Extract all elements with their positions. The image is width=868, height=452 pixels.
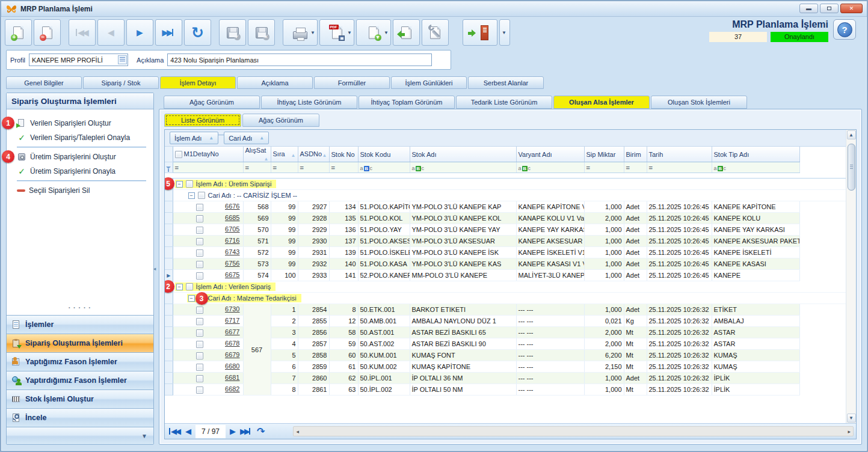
tab-siparis-stok[interactable]: Sipariş / Stok bbox=[83, 76, 159, 89]
profil-lookup-icon[interactable] bbox=[118, 55, 127, 64]
row-checkbox[interactable] bbox=[196, 227, 203, 234]
pager-refresh-button[interactable]: ↷ bbox=[257, 426, 265, 437]
row-checkbox[interactable] bbox=[196, 238, 203, 245]
m1detayno-link[interactable]: 6730 bbox=[225, 305, 239, 313]
group-row-1[interactable]: 5−İşlem Adı : Üretim Siparişi bbox=[165, 179, 846, 190]
pdf-export-button[interactable]: PDF ▼ bbox=[319, 19, 354, 46]
filter-cell-asdno[interactable]: = bbox=[298, 162, 329, 173]
column-header-sira[interactable]: Sıra▲ bbox=[271, 147, 298, 162]
filter-cell-varyant[interactable]: aBc bbox=[516, 162, 584, 173]
filter-cell-stokno[interactable]: = bbox=[329, 162, 358, 173]
action-secili-siparisleri-sil[interactable]: Seçili Siparişleri Sil bbox=[7, 183, 153, 198]
tab-islem-gunlukleri[interactable]: İşlem Günlükleri bbox=[391, 76, 467, 89]
table-row[interactable]: 670557099292913651.POLO.YAYYM-POLO 3'LÜ … bbox=[165, 224, 846, 236]
row-checkbox[interactable] bbox=[196, 215, 203, 222]
previous-record-button[interactable]: ◀ bbox=[97, 19, 125, 46]
filter-cell-stokadi[interactable]: aBc bbox=[410, 162, 516, 173]
tab-formuller[interactable]: Formüller bbox=[314, 76, 390, 89]
filter-cell-tarih[interactable]: = bbox=[647, 162, 712, 173]
column-header-stoktip[interactable]: Stok Tip Adı bbox=[712, 147, 799, 162]
m1detayno-link[interactable]: 6679 bbox=[225, 351, 239, 358]
help-button[interactable]: ? bbox=[833, 19, 856, 40]
scroll-down-icon[interactable]: ▼ bbox=[847, 414, 856, 423]
exit-button[interactable] bbox=[463, 19, 497, 46]
tab-olusan-stok-islemleri[interactable]: Oluşan Stok İşlemleri bbox=[651, 96, 747, 109]
groupby-chip-islem-adi[interactable]: İşlem Adı ▲ bbox=[170, 132, 218, 144]
filter-cell-sipmiktar[interactable]: = bbox=[584, 162, 624, 173]
tab-tedarik-liste-gorunum[interactable]: Tedarik Liste Görünüm bbox=[456, 96, 552, 109]
column-header-alissat[interactable]: AlışSat▲ bbox=[243, 147, 271, 162]
save-button[interactable]: ✓ bbox=[219, 19, 246, 46]
print-dropdown-arrow-icon[interactable]: ▼ bbox=[310, 30, 315, 35]
pager-first-button[interactable]: ◀◀ bbox=[168, 427, 181, 436]
row-checkbox[interactable] bbox=[196, 307, 203, 314]
filter-cell-sira[interactable]: = bbox=[271, 162, 298, 173]
scrollbar-thumb[interactable] bbox=[848, 144, 855, 191]
m1detayno-link[interactable]: 6676 bbox=[225, 203, 239, 210]
column-header-stokadi[interactable]: Stok Adı bbox=[410, 147, 516, 162]
m1detayno-link[interactable]: 6743 bbox=[225, 248, 239, 255]
tab-serbest-alanlar[interactable]: Serbest Alanlar bbox=[468, 76, 544, 89]
m1detayno-link[interactable]: 6677 bbox=[225, 328, 239, 335]
group-row-2[interactable]: 2−İşlem Adı : Verilen Sipariş bbox=[165, 281, 846, 293]
m1detayno-link[interactable]: 6682 bbox=[225, 385, 239, 392]
action-verilen-siparis-talepleri-onayla[interactable]: ✓ Verilen Sipariş/Talepleri Onayla bbox=[7, 130, 153, 145]
m1detayno-link[interactable]: 6680 bbox=[225, 362, 239, 370]
tab-agac-gorunum-sub[interactable]: Ağaç Görünüm bbox=[242, 114, 319, 127]
row-checkbox[interactable] bbox=[196, 341, 203, 348]
column-header-stokno[interactable]: Stok No bbox=[329, 147, 358, 162]
filter-cell-m1detayno[interactable]: = bbox=[173, 162, 243, 173]
tab-ihtiyac-liste-gorunum[interactable]: İhtiyaç Liste Görünüm bbox=[261, 96, 357, 109]
exit-dropdown-button[interactable]: ▼ bbox=[499, 19, 510, 46]
filter-cell-stokkodu[interactable]: aBc bbox=[358, 162, 410, 173]
filter-cell-alissat[interactable]: = bbox=[243, 162, 271, 173]
table-row[interactable]: 671657199293013751.POLO.AKSESUAYM-POLO 3… bbox=[165, 236, 846, 247]
groupby-chip-cari-adi[interactable]: Cari Adı ▲ bbox=[224, 132, 269, 144]
pager-next-button[interactable]: ▶ bbox=[230, 427, 236, 436]
tab-aciklama[interactable]: Açıklama bbox=[237, 76, 313, 89]
subgroup-row[interactable]: −Cari Adı : Malzeme Tedarikçisi3 bbox=[165, 293, 846, 304]
collapse-icon[interactable]: − bbox=[176, 284, 183, 290]
select-all-checkbox[interactable] bbox=[175, 151, 182, 158]
m1detayno-link[interactable]: 6717 bbox=[225, 317, 239, 324]
tab-ihtiyac-toplam-gorunum[interactable]: İhtiyaç Toplam Görünüm bbox=[359, 96, 455, 109]
group-checkbox[interactable] bbox=[186, 283, 193, 290]
group-checkbox[interactable] bbox=[198, 192, 205, 199]
filter-cell-birim[interactable]: = bbox=[624, 162, 647, 173]
tab-liste-gorunum[interactable]: Liste Görünüm bbox=[164, 114, 241, 127]
delete-record-button[interactable]: − bbox=[34, 19, 61, 46]
row-checkbox[interactable] bbox=[196, 249, 203, 257]
collapse-icon[interactable]: − bbox=[188, 295, 195, 302]
import-button[interactable] bbox=[393, 19, 420, 46]
column-header-m1detayno[interactable]: M1DetayNo bbox=[173, 147, 243, 162]
nav-islemler[interactable]: İşlemler bbox=[7, 315, 153, 334]
column-header-birim[interactable]: Birim bbox=[624, 147, 647, 162]
subgroup-row[interactable]: −Cari Adı : -- CARİSİZ İŞLEM -- bbox=[165, 190, 846, 201]
table-row[interactable]: 668556999292813551.POLO.KOLYM-POLO 3'LÜ … bbox=[165, 213, 846, 224]
nav-yaptirdigimiz-fason-islemler[interactable]: Yaptırdığımız Fason İşlemler bbox=[7, 371, 153, 389]
save-cancel-button[interactable]: ✕ bbox=[248, 19, 275, 46]
pdf-dropdown-arrow-icon[interactable]: ▼ bbox=[347, 30, 352, 35]
action-uretim-siparislerini-olustur[interactable]: 4 Üretim Siparişlerini Oluştur bbox=[7, 150, 153, 164]
minimize-button[interactable]: ▬ bbox=[799, 4, 818, 13]
nav-stok-islemi-olustur[interactable]: Stok İşlemi Oluştur bbox=[7, 389, 153, 408]
m1detayno-link[interactable]: 6681 bbox=[225, 374, 239, 381]
column-header-varyant[interactable]: Varyant Adı bbox=[516, 147, 584, 162]
first-record-button[interactable]: ◀◀ bbox=[69, 19, 96, 46]
group-checkbox[interactable] bbox=[186, 180, 193, 188]
tab-agac-gorunum[interactable]: Ağaç Görünüm bbox=[164, 96, 260, 109]
collapse-icon[interactable]: − bbox=[188, 192, 195, 199]
action-uretim-siparislerini-onayla[interactable]: ✓ Üretim Siparişlerini Onayla bbox=[7, 164, 153, 179]
row-checkbox[interactable] bbox=[196, 318, 203, 325]
aciklama-input[interactable] bbox=[167, 53, 432, 66]
close-button[interactable]: ✕ bbox=[840, 4, 863, 13]
horizontal-scrollbar[interactable]: ◂ ▸ bbox=[293, 426, 854, 436]
next-record-button[interactable]: ▶ bbox=[126, 19, 153, 46]
table-row[interactable]: 674357299293113951.POLO.İSKELETYM-POLO 3… bbox=[165, 247, 846, 258]
tab-islem-detayi[interactable]: İşlem Detayı bbox=[160, 76, 236, 89]
m1detayno-link[interactable]: 6685 bbox=[225, 214, 239, 221]
copy-dropdown-arrow-icon[interactable]: ▼ bbox=[384, 30, 389, 35]
action-verilen-siparisleri-olustur[interactable]: 1 Verilen Siparişleri Oluştur bbox=[7, 116, 153, 130]
copy-export-button[interactable]: ▾ ▼ bbox=[356, 19, 391, 46]
new-record-button[interactable]: + bbox=[5, 19, 32, 46]
